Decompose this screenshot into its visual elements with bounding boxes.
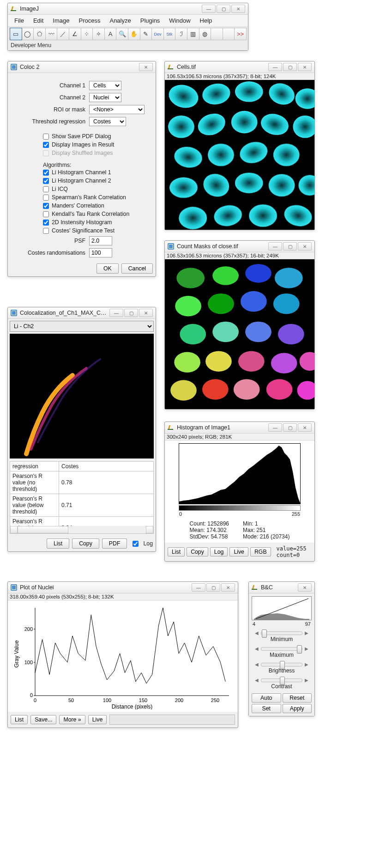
tool-stk[interactable]: Stk (163, 28, 176, 40)
slider-brightness[interactable]: ◀▶ Brightness (254, 661, 309, 674)
select-threshold[interactable]: Costes (89, 117, 126, 126)
tool-rect[interactable]: ▭ (10, 28, 22, 40)
svg-point-13 (208, 144, 234, 166)
close-button[interactable]: ✕ (298, 583, 312, 592)
log-button[interactable]: Log (210, 547, 228, 556)
chk-save-pdf[interactable]: Show Save PDF Dialog (43, 133, 147, 140)
titlebar[interactable]: B&C ✕ (249, 582, 314, 593)
select-channel1[interactable]: Cells (89, 81, 121, 90)
cancel-button[interactable]: Cancel (121, 263, 153, 274)
tool-wand[interactable]: ✧ (92, 28, 105, 40)
apply-button[interactable]: Apply (283, 704, 312, 713)
chk-kendall[interactable]: Kendall's Tau Rank Correlation (43, 211, 147, 217)
minimize-button[interactable]: — (268, 63, 282, 71)
titlebar[interactable]: Plot of Nuclei — ▢ ✕ (8, 582, 238, 593)
hscrollbar[interactable] (10, 526, 154, 534)
chk-costes[interactable]: Costes' Significance Test (43, 227, 147, 234)
live-button[interactable]: Live (88, 715, 107, 724)
live-button[interactable]: Live (229, 547, 248, 556)
titlebar[interactable]: Cells.tif — ▢ ✕ (165, 61, 314, 73)
select-result-view[interactable]: Li - Ch2 (10, 321, 154, 332)
menu-window[interactable]: Window (164, 16, 195, 25)
tool-zoom[interactable]: 🔍 (116, 28, 128, 40)
menu-analyze[interactable]: Analyze (105, 16, 135, 25)
auto-button[interactable]: Auto (252, 693, 281, 703)
copy-button[interactable]: Copy (187, 547, 208, 556)
chk-2dhist[interactable]: 2D Instensity Histogram (43, 219, 147, 226)
titlebar[interactable]: Histogram of Image1 — ▢ ✕ (165, 422, 314, 434)
menu-image[interactable]: Image (48, 16, 74, 25)
chk-display-images[interactable]: Display Images in Result (43, 141, 147, 148)
menu-file[interactable]: File (10, 16, 29, 25)
maximize-button[interactable]: ▢ (206, 583, 220, 592)
close-button[interactable]: ✕ (139, 309, 153, 317)
tool-empty1[interactable] (211, 28, 223, 40)
chk-licq[interactable]: Li ICQ (43, 186, 147, 192)
close-button[interactable]: ✕ (298, 242, 312, 251)
menu-help[interactable]: Help (195, 16, 217, 25)
menu-process[interactable]: Process (74, 16, 105, 25)
pdf-button[interactable]: PDF (102, 538, 127, 549)
reset-button[interactable]: Reset (283, 693, 312, 703)
slider-contrast[interactable]: ◀▶ Contrast (254, 677, 309, 690)
input-randomisations[interactable] (89, 248, 112, 257)
tool-brush[interactable]: ℐ (175, 28, 187, 40)
close-button[interactable]: ✕ (231, 5, 245, 13)
menu-edit[interactable]: Edit (29, 16, 48, 25)
tool-text[interactable]: A (104, 28, 117, 40)
list-button[interactable]: List (168, 547, 185, 556)
maximize-button[interactable]: ▢ (283, 242, 297, 251)
close-button[interactable]: ✕ (139, 63, 153, 71)
titlebar[interactable]: Coloc 2 ✕ (8, 61, 156, 73)
tool-free[interactable]: 〰 (45, 28, 58, 40)
maximize-button[interactable]: ▢ (283, 423, 297, 432)
close-button[interactable]: ✕ (221, 583, 235, 592)
close-button[interactable]: ✕ (298, 423, 312, 432)
menu-plugins[interactable]: Plugins (136, 16, 165, 25)
save-button[interactable]: Save... (30, 715, 56, 724)
minimize-button[interactable]: — (268, 423, 282, 432)
tool-empty2[interactable] (223, 28, 235, 40)
copy-button[interactable]: Copy (72, 538, 99, 549)
select-channel2[interactable]: Nuclei (89, 93, 121, 102)
log-toggle[interactable]: Log (133, 540, 153, 547)
slider-maximum[interactable]: ◀▶ Maximum (254, 645, 309, 658)
titlebar[interactable]: Count Masks of close.tif — ▢ ✕ (165, 241, 314, 252)
tool-spray[interactable]: ◍ (199, 28, 211, 40)
tool-hand[interactable]: ✋ (128, 28, 140, 40)
ok-button[interactable]: OK (96, 263, 119, 274)
tool-point[interactable]: ⁘ (81, 28, 93, 40)
input-psf[interactable] (89, 236, 112, 245)
minimize-button[interactable]: — (109, 309, 123, 317)
chk-manders[interactable]: Manders' Correlation (43, 202, 147, 209)
maximize-button[interactable]: ▢ (124, 309, 138, 317)
readout-value: value=255 (277, 545, 307, 552)
list-button[interactable]: List (11, 715, 28, 724)
minimize-button[interactable]: — (268, 242, 282, 251)
tool-lut[interactable]: ▥ (187, 28, 199, 40)
chk-spearman[interactable]: Spearman's Rank Correlation (43, 194, 147, 201)
close-button[interactable]: ✕ (298, 63, 312, 71)
rgb-button[interactable]: RGB (250, 547, 271, 556)
select-roi[interactable]: <None> (89, 105, 145, 114)
titlebar[interactable]: Colocalization_of_Ch1_MAX_C2-2804... — ▢… (8, 307, 156, 319)
tool-poly[interactable]: ⬠ (33, 28, 46, 40)
range-hi: 97 (305, 621, 311, 627)
chk-li1[interactable]: Li Histogram Channel 1 (43, 169, 147, 176)
more-button[interactable]: More » (59, 715, 85, 724)
set-button[interactable]: Set (252, 704, 281, 713)
tool-dev[interactable]: Dev (151, 28, 164, 40)
chk-li2[interactable]: Li Histogram Channel 2 (43, 177, 147, 184)
tool-line[interactable]: ／ (57, 28, 69, 40)
tool-oval[interactable]: ◯ (22, 28, 34, 40)
tool-angle[interactable]: ∠ (69, 28, 81, 40)
titlebar[interactable]: ImageJ — ▢ ✕ (8, 3, 248, 15)
minimize-button[interactable]: — (202, 5, 216, 13)
maximize-button[interactable]: ▢ (283, 63, 297, 71)
tool-color[interactable]: ✎ (140, 28, 152, 40)
tool-more[interactable]: >> (234, 28, 247, 40)
maximize-button[interactable]: ▢ (217, 5, 230, 13)
list-button[interactable]: List (47, 538, 69, 549)
minimize-button[interactable]: — (192, 583, 205, 592)
slider-minimum[interactable]: ◀▶ Minimum (254, 630, 309, 642)
